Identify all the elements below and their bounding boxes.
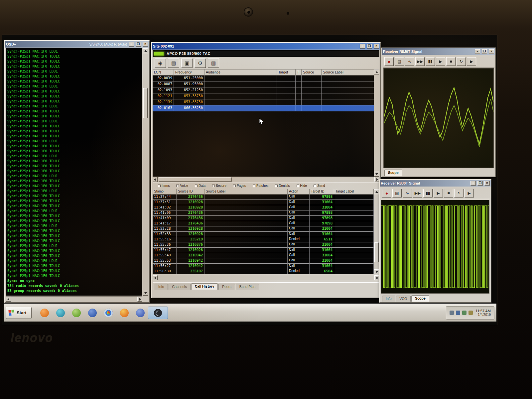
fast-forward-icon[interactable]: ▶▶ <box>413 189 422 198</box>
open-folder-icon[interactable]: ▤ <box>392 189 402 198</box>
filter-pages[interactable]: Pages <box>230 184 249 188</box>
scroll-right-button[interactable] <box>374 275 379 280</box>
column-header[interactable]: Audience <box>204 69 277 75</box>
close-button[interactable]: × <box>484 181 490 186</box>
print-icon[interactable]: ▥ <box>208 59 219 68</box>
column-header[interactable]: T <box>296 69 302 75</box>
tab-band-plan[interactable]: Band Plan <box>236 284 259 290</box>
column-header[interactable]: Source <box>302 69 322 75</box>
tab-vco[interactable]: VCO <box>396 296 411 302</box>
tab-info[interactable]: Info <box>382 296 395 302</box>
close-button[interactable]: × <box>489 49 494 54</box>
channel-row[interactable]: 02-1093852.21250 <box>153 87 379 93</box>
signal-icon[interactable]: ∿ <box>405 57 414 66</box>
signal-icon[interactable]: ∿ <box>403 189 412 198</box>
receiver-icon[interactable]: ◉ <box>155 59 166 68</box>
tab-channels[interactable]: Channels <box>169 284 191 290</box>
media-player-icon[interactable] <box>40 309 49 317</box>
call-history-row[interactable]: 11:55:491210942Call31004 <box>153 253 374 258</box>
scroll-left-button[interactable] <box>153 177 158 182</box>
call-history-row[interactable]: 11:41:092176436Call97898 <box>153 216 374 221</box>
column-header[interactable]: Target Label <box>334 189 374 195</box>
photos-icon[interactable] <box>72 309 81 317</box>
step-icon[interactable]: ▶ <box>465 189 474 198</box>
volume-icon[interactable] <box>456 311 460 315</box>
call-history-row[interactable]: 11:55:471210928Call31004 <box>153 248 374 253</box>
settings-gear-icon[interactable]: ⚙ <box>195 59 206 68</box>
channel-row[interactable]: 02-1121853.38750 <box>153 93 379 99</box>
terminal-vscrollbar[interactable] <box>143 48 148 296</box>
filter-voice[interactable]: Voice <box>174 184 191 188</box>
fast-forward-icon[interactable]: ▶▶ <box>415 57 425 66</box>
tab-scope[interactable]: Scope <box>411 295 429 302</box>
loop-icon[interactable]: ↻ <box>454 189 464 198</box>
channel-row[interactable]: 02-0087851.95000 <box>153 81 379 87</box>
maximize-button[interactable]: ❐ <box>367 44 372 49</box>
pause-icon[interactable]: ▮▮ <box>423 189 433 198</box>
save-icon[interactable]: ▣ <box>181 59 193 68</box>
scroll-left-button[interactable] <box>6 297 11 302</box>
scroll-up-button[interactable] <box>374 189 379 194</box>
tab-call-history[interactable]: Call History <box>191 283 218 290</box>
call-history-row[interactable]: 11:37:511210928Call31004 <box>153 200 374 205</box>
minimize-button[interactable]: – <box>470 181 476 186</box>
call-vscrollbar[interactable] <box>374 189 379 274</box>
maximize-button[interactable]: ❐ <box>477 181 483 186</box>
column-header[interactable]: Target <box>277 69 296 75</box>
record-icon[interactable]: ● <box>384 57 394 66</box>
contact-icon[interactable] <box>88 309 97 317</box>
play-icon[interactable]: ▶ <box>434 189 443 198</box>
filter-data[interactable]: Data <box>192 184 208 188</box>
channel-row[interactable]: 02-0039851.25000 <box>153 75 379 81</box>
scroll-up-button[interactable] <box>143 48 148 53</box>
taskbar-clock[interactable]: 11:57 AM 1/4/2019 <box>475 309 491 317</box>
filter-items[interactable]: Items <box>155 184 172 188</box>
scroll-down-button[interactable] <box>143 291 148 296</box>
column-header[interactable]: Stamp <box>153 189 177 195</box>
call-history-row[interactable]: 11:56:271210942Call31004 <box>153 264 374 269</box>
call-hscrollbar[interactable] <box>153 275 379 280</box>
play-icon[interactable]: ▶ <box>436 57 445 66</box>
channel-row[interactable]: 02-0163866.36250 <box>153 105 379 111</box>
osd-titlebar[interactable]: OSD+ S/S-2400 (Auto) F: (Auto) – ❐ × <box>5 41 149 48</box>
column-header[interactable]: Source ID <box>177 189 204 195</box>
receiver1-titlebar[interactable]: Receiver R8J0T Signal – ❐ × <box>382 48 495 55</box>
call-history-row[interactable]: 11:52:281210928Call31004 <box>153 226 374 232</box>
scroll-down-button[interactable] <box>374 172 379 177</box>
minimize-button[interactable]: – <box>129 42 134 47</box>
filter-send[interactable]: Send <box>311 184 328 188</box>
close-button[interactable]: × <box>143 42 148 47</box>
filter-denials[interactable]: Denials <box>272 184 292 188</box>
call-history-row[interactable]: 11:55:16235219Denied6511 <box>153 237 374 242</box>
call-history-row[interactable]: 11:41:172176436Call97898 <box>153 221 374 226</box>
stop-icon[interactable]: ■ <box>446 57 456 66</box>
receiver2-titlebar[interactable]: Receiver R8J0T Signal – ❐ × <box>380 180 491 187</box>
start-button[interactable]: Start <box>6 307 32 319</box>
taskbar-app-satellite[interactable] <box>148 307 168 319</box>
open-icon[interactable]: ▤ <box>168 59 179 68</box>
filter-patches[interactable]: Patches <box>250 184 271 188</box>
open-folder-icon[interactable]: ▤ <box>395 57 404 66</box>
maximize-button[interactable]: ❐ <box>482 49 487 54</box>
filter-secure[interactable]: Secure <box>209 184 229 188</box>
column-header[interactable]: Source Label <box>204 189 288 195</box>
minimize-button[interactable]: – <box>360 44 365 49</box>
scroll-up-button[interactable] <box>374 69 379 74</box>
scroll-thumb[interactable] <box>143 88 148 118</box>
column-header[interactable]: Source Label <box>322 69 379 75</box>
column-header[interactable]: Target ID <box>310 189 334 195</box>
column-header[interactable]: LCN <box>153 69 174 75</box>
tab-peers[interactable]: Peers <box>218 284 235 290</box>
column-header[interactable]: Frequency <box>174 69 204 75</box>
close-button[interactable]: × <box>374 44 379 49</box>
channel-row[interactable]: 02-1139853.83750 <box>153 99 379 105</box>
filter-hide[interactable]: Hide <box>294 184 310 188</box>
firefox-icon[interactable] <box>120 309 129 317</box>
scroll-right-button[interactable] <box>137 297 142 302</box>
scroll-thumb[interactable] <box>159 177 232 182</box>
call-history-row[interactable]: 11:55:361210876Call31004 <box>153 242 374 248</box>
column-header[interactable]: Action <box>288 189 310 195</box>
terminal-hscrollbar[interactable] <box>6 296 142 302</box>
call-history-row[interactable]: 11:41:021210928Call31804 <box>153 205 374 210</box>
scroll-left-button[interactable] <box>153 275 158 280</box>
